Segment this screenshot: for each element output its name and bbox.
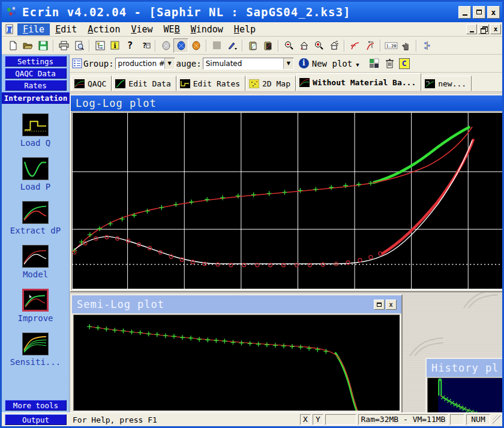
zoom-settings-button[interactable] <box>326 38 341 53</box>
module-orange-button[interactable] <box>188 38 203 53</box>
tab-edit-rates[interactable]: Edit Rates <box>177 76 245 91</box>
semilog-title-bar[interactable]: Semi-Log plot x <box>72 295 401 313</box>
svg-text:?: ? <box>142 41 146 50</box>
app-logo-icon <box>5 5 19 19</box>
zoom-out-button[interactable] <box>281 38 296 53</box>
sidebar-item-settings[interactable]: Settings <box>5 56 67 67</box>
status-empty-field <box>325 414 356 425</box>
more-tools-button[interactable]: More tools <box>5 400 67 411</box>
mdi-minimize-button[interactable] <box>466 24 477 34</box>
mdi-restore-button[interactable] <box>478 24 489 34</box>
info-icon: i <box>110 41 119 50</box>
tab-new[interactable]: new... <box>422 76 472 91</box>
semilog-maximize-button[interactable] <box>374 300 385 310</box>
open-file-button[interactable] <box>20 38 35 53</box>
loglog-plot-window: Log-Log plot <box>70 94 504 292</box>
color-square-icon <box>212 41 221 50</box>
copy-c-button[interactable]: C <box>399 58 410 69</box>
info-circle-icon: i <box>299 58 309 68</box>
semilog-plot-window: Semi-Log plot x <box>71 294 403 412</box>
title-bar: Ecrin v4.02.04 - [Saphir NL : SapGS04_2.… <box>2 2 502 22</box>
menu-file[interactable]: File <box>17 23 50 35</box>
annotate-pen-button[interactable] <box>224 38 239 53</box>
menu-view[interactable]: View <box>125 23 158 35</box>
history-plot-surface[interactable] <box>427 378 504 412</box>
copy-plot-icon <box>248 41 258 50</box>
menu-window[interactable]: Window <box>185 23 229 35</box>
help-icon: ? <box>127 40 133 51</box>
module-blue-button[interactable] <box>173 38 188 53</box>
tab-2d-map[interactable]: 2D Map <box>246 76 296 91</box>
sidebar-tool-model[interactable]: Model <box>2 245 69 279</box>
edit-data-tab-icon <box>115 79 125 88</box>
new-plot-tab-icon <box>425 79 435 88</box>
context-help-button[interactable]: ? <box>137 38 152 53</box>
print-button[interactable] <box>56 38 71 53</box>
save-button[interactable] <box>35 38 50 53</box>
help-button[interactable]: ? <box>122 38 137 53</box>
color-square-button[interactable] <box>209 38 224 53</box>
menu-action[interactable]: Action <box>82 23 125 35</box>
sidebar-section-interpretation[interactable]: Interpretation <box>2 92 70 104</box>
sidebar-item-rates[interactable]: Rates <box>5 80 67 91</box>
plot-toolbar: Group: production #1 ▼ auge: Simulated ▼… <box>70 55 504 73</box>
menu-web[interactable]: WEB <box>158 23 185 35</box>
semilog-close-button[interactable]: x <box>386 300 397 310</box>
sidebar-tool-improve[interactable]: Improve <box>2 289 69 323</box>
sidebar-tool-sensitivity[interactable]: Sensiti... <box>2 333 69 367</box>
zoom-in-button[interactable] <box>311 38 326 53</box>
tab-qaqc[interactable]: QAQC <box>71 76 112 91</box>
tile-plots-button[interactable] <box>369 58 379 68</box>
group-label: Group: <box>83 59 114 68</box>
module-gray-button[interactable] <box>158 38 173 53</box>
history-title-bar[interactable]: History pl <box>427 359 504 377</box>
zoom-default-button[interactable] <box>296 38 311 53</box>
mdi-close-button[interactable]: x <box>490 24 501 34</box>
loglog-plot-surface[interactable] <box>71 112 504 290</box>
curve-match-button[interactable] <box>362 38 377 53</box>
new-plot-button[interactable]: New plot <box>312 59 352 68</box>
group-select[interactable]: production #1 ▼ <box>115 58 175 70</box>
group-list-icon <box>72 58 82 68</box>
scale-120-button[interactable]: 1.20 <box>383 38 398 53</box>
history-plot-window: History pl <box>425 358 504 412</box>
paste-plot-button[interactable] <box>260 38 275 53</box>
status-x-field: X <box>300 414 311 425</box>
tab-edit-data[interactable]: Edit Data <box>112 76 176 91</box>
menu-edit[interactable]: Edit <box>50 23 82 35</box>
output-button[interactable]: Output <box>5 414 67 425</box>
copy-plot-button[interactable] <box>245 38 260 53</box>
gauge-select[interactable]: Simulated ▼ <box>203 58 294 70</box>
new-plot-caret-icon[interactable]: ▼ <box>356 62 359 68</box>
pan-hand-button[interactable] <box>398 38 413 53</box>
loglog-chart <box>72 112 503 289</box>
sidebar-tool-extract-dp[interactable]: Extract dP <box>2 201 69 235</box>
tab-without-material-balance[interactable]: Without Material Ba... <box>296 73 421 91</box>
maximize-button[interactable] <box>473 6 485 19</box>
adjust-scale-button[interactable] <box>419 38 434 53</box>
sidebar-item-qaqc-data[interactable]: QAQC Data <box>5 68 67 79</box>
info-button[interactable]: i <box>107 38 122 53</box>
print-preview-button[interactable] <box>71 38 86 53</box>
sidebar-tool-load-q[interactable]: Load Q <box>2 113 69 148</box>
new-file-button[interactable] <box>5 38 20 53</box>
semilog-plot-surface[interactable] <box>73 315 400 411</box>
browser-tree-button[interactable] <box>92 38 107 53</box>
loglog-title-bar[interactable]: Log-Log plot <box>71 95 504 111</box>
svg-text:1.20: 1.20 <box>386 44 396 49</box>
curve-extract-button[interactable] <box>347 38 362 53</box>
adjust-scale-icon <box>422 41 432 50</box>
app-window: Ecrin v4.02.04 - [Saphir NL : SapGS04_2.… <box>0 0 504 428</box>
sidebar-tool-load-p[interactable]: Load P <box>2 157 69 191</box>
menu-help[interactable]: Help <box>229 23 261 35</box>
load-p-icon <box>22 157 49 180</box>
chevron-down-icon[interactable]: ▼ <box>164 58 175 69</box>
close-button[interactable]: x <box>487 6 500 19</box>
minimize-button[interactable] <box>458 6 471 19</box>
browser-tree-icon <box>95 41 105 50</box>
delete-plot-button[interactable] <box>385 58 394 68</box>
resize-grip[interactable] <box>493 415 501 424</box>
open-folder-icon <box>23 41 33 50</box>
module-gray-gem-icon <box>161 41 171 50</box>
chevron-down-icon[interactable]: ▼ <box>283 58 293 69</box>
